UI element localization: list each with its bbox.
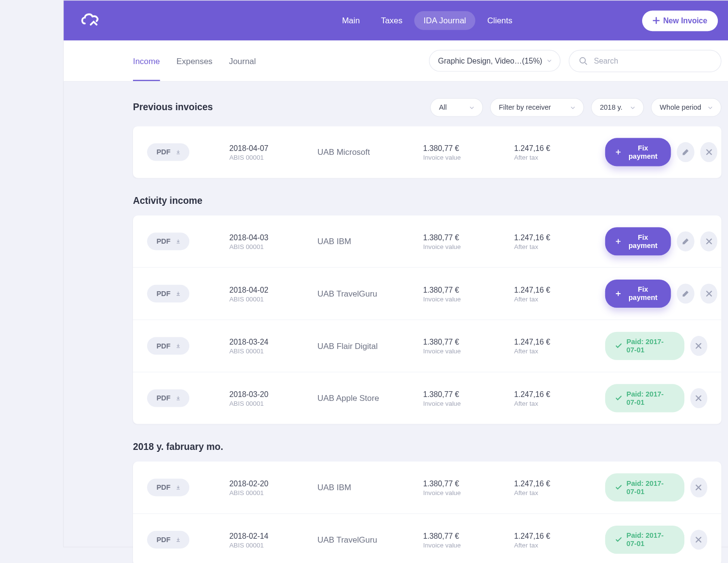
plus-icon: [653, 17, 660, 24]
plus-icon: [616, 149, 621, 155]
paid-badge: Paid: 2017-07-01: [605, 526, 684, 554]
invoice-date: 2018-04-02: [229, 285, 317, 294]
invoice-value: 1.380,77 €: [423, 531, 514, 540]
invoice-date: 2018-03-24: [229, 337, 317, 346]
delete-button[interactable]: [700, 232, 718, 251]
nav-link-ida-journal[interactable]: IDA Journal: [414, 11, 475, 30]
invoice-value: 1.380,77 €: [423, 285, 514, 294]
download-icon: [177, 149, 180, 156]
after-tax-value: 1.247,16 €: [514, 285, 605, 294]
download-icon: [177, 536, 180, 544]
invoice-value: 1.380,77 €: [423, 337, 514, 346]
sub-nav: IncomeExpensesJournal Graphic Design, Vi…: [64, 40, 728, 82]
paid-badge: Paid: 2017-07-01: [605, 473, 684, 501]
pdf-download-button[interactable]: PDF: [147, 479, 189, 496]
section-title: Previous invoices: [133, 102, 213, 113]
invoice-ref: ABIS 00001: [229, 153, 317, 161]
after-tax-value: 1.247,16 €: [514, 233, 605, 242]
invoice-row: PDF 2018-02-14 ABIS 00001 UAB TravelGuru…: [133, 514, 721, 563]
invoice-ref: ABIS 00001: [229, 243, 317, 250]
invoice-list: PDF 2018-04-03 ABIS 00001 UAB IBM 1.380,…: [133, 215, 721, 424]
edit-icon: [682, 238, 689, 245]
close-icon: [696, 343, 702, 349]
section-title: 2018 y. fabruary mo.: [133, 442, 223, 452]
chevron-down-icon: [630, 106, 635, 109]
invoice-row: PDF 2018-04-03 ABIS 00001 UAB IBM 1.380,…: [133, 215, 721, 268]
filter-receiver[interactable]: Filter by receiver: [490, 98, 584, 117]
close-icon: [706, 238, 711, 244]
chevron-down-icon: [547, 59, 552, 62]
pdf-download-button[interactable]: PDF: [147, 232, 189, 250]
top-nav: MainTaxesIDA JournalClients New Invoice …: [64, 0, 728, 40]
tab-income[interactable]: Income: [133, 41, 160, 81]
filter-period[interactable]: Whole period: [651, 98, 721, 117]
logo-icon: [79, 11, 102, 31]
invoice-ref: ABIS 00001: [229, 295, 317, 302]
invoice-row: PDF 2018-03-20 ABIS 00001 UAB Apple Stor…: [133, 372, 721, 424]
pdf-download-button[interactable]: PDF: [147, 531, 189, 548]
edit-button[interactable]: [677, 142, 695, 162]
invoice-value: 1.380,77 €: [423, 479, 514, 488]
fix-payment-button[interactable]: Fix payment: [605, 138, 671, 166]
pdf-download-button[interactable]: PDF: [147, 285, 189, 302]
edit-button[interactable]: [677, 283, 695, 303]
invoice-list: PDF 2018-02-20 ABIS 00001 UAB IBM 1.380,…: [133, 462, 721, 563]
delete-button[interactable]: [690, 478, 708, 497]
close-icon: [706, 291, 711, 297]
close-icon: [696, 395, 702, 401]
check-icon: [616, 343, 622, 349]
search-input[interactable]: [594, 56, 711, 65]
new-invoice-button[interactable]: New Invoice: [642, 10, 718, 31]
after-tax-value: 1.247,16 €: [514, 390, 605, 398]
invoice-value: 1.380,77 €: [423, 233, 514, 242]
tab-expenses[interactable]: Expenses: [176, 41, 212, 81]
chevron-down-icon: [570, 106, 575, 109]
invoice-value: 1.380,77 €: [423, 144, 514, 152]
paid-badge: Paid: 2017-07-01: [605, 332, 684, 360]
plus-icon: [616, 291, 621, 297]
company-name: UAB IBM: [317, 483, 423, 492]
tab-journal[interactable]: Journal: [229, 41, 256, 81]
filter-year[interactable]: 2018 y.: [591, 98, 644, 117]
nav-link-main[interactable]: Main: [332, 11, 369, 30]
edit-icon: [682, 290, 689, 298]
download-icon: [177, 238, 180, 245]
delete-button[interactable]: [700, 283, 718, 303]
invoice-ref: ABIS 00001: [229, 489, 317, 496]
check-icon: [616, 537, 622, 543]
svg-point-0: [580, 57, 585, 63]
fix-payment-button[interactable]: Fix payment: [605, 227, 671, 255]
delete-button[interactable]: [690, 530, 708, 549]
check-icon: [616, 395, 622, 401]
download-icon: [177, 290, 180, 298]
after-tax-value: 1.247,16 €: [514, 144, 605, 152]
chevron-down-icon: [708, 106, 713, 109]
delete-button[interactable]: [690, 388, 708, 408]
invoice-date: 2018-03-20: [229, 390, 317, 398]
after-tax-value: 1.247,16 €: [514, 479, 605, 488]
paid-badge: Paid: 2017-07-01: [605, 384, 684, 412]
company-name: UAB TravelGuru: [317, 535, 423, 544]
edit-button[interactable]: [677, 232, 695, 251]
delete-button[interactable]: [690, 336, 708, 356]
nav-link-clients[interactable]: Clients: [478, 11, 522, 30]
pdf-download-button[interactable]: PDF: [147, 389, 189, 407]
filter-status[interactable]: All: [430, 98, 483, 117]
pdf-download-button[interactable]: PDF: [147, 143, 189, 161]
category-dropdown[interactable]: Graphic Design, Video…(15%): [429, 50, 560, 72]
invoice-date: 2018-02-14: [229, 531, 317, 540]
nav-link-taxes[interactable]: Taxes: [372, 11, 412, 30]
invoice-row: PDF 2018-04-02 ABIS 00001 UAB TravelGuru…: [133, 268, 721, 320]
company-name: UAB TravelGuru: [317, 289, 423, 298]
search-icon: [579, 56, 588, 66]
edit-icon: [682, 149, 689, 156]
chevron-down-icon: [469, 106, 474, 109]
download-icon: [177, 484, 180, 491]
delete-button[interactable]: [700, 142, 718, 162]
search-field[interactable]: [569, 50, 722, 72]
download-icon: [177, 342, 180, 349]
pdf-download-button[interactable]: PDF: [147, 337, 189, 355]
company-name: UAB Microsoft: [317, 148, 423, 157]
fix-payment-button[interactable]: Fix payment: [605, 280, 671, 308]
close-icon: [696, 484, 702, 490]
